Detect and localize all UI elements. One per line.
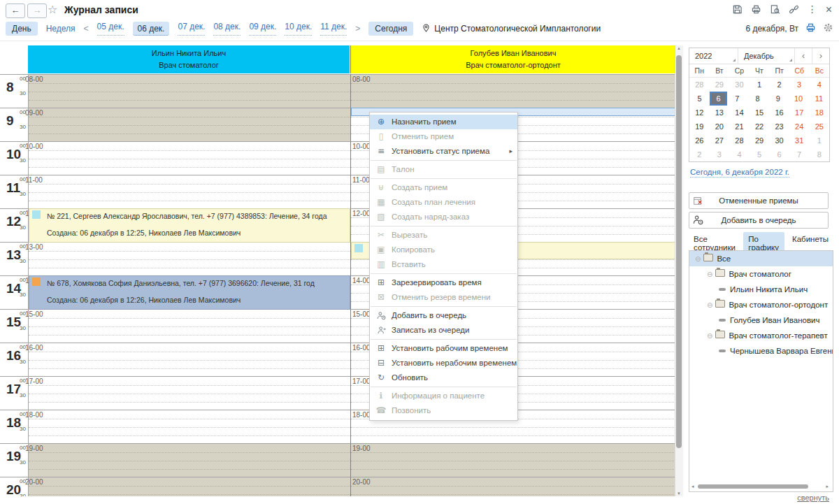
calendar-day[interactable]: 17 (789, 106, 810, 120)
menu-item-set-working-time[interactable]: ⊞Установить рабочим временем (370, 341, 517, 356)
calendar-day[interactable]: 27 (710, 134, 730, 147)
collapse-sidebar-link[interactable]: свернуть (797, 494, 829, 502)
preview-icon[interactable] (770, 4, 780, 15)
calendar-day[interactable]: 18 (809, 106, 829, 120)
calendar-day[interactable]: 2 (689, 147, 710, 161)
calendar-day[interactable]: 19 (689, 120, 710, 134)
schedule-cell[interactable]: 19-00 (350, 443, 676, 477)
calendar-day[interactable]: 13 (710, 106, 730, 120)
back-button[interactable]: ← (6, 3, 25, 18)
menu-item-set-status[interactable]: ≡Установить статус приема▸ (370, 144, 517, 159)
save-icon[interactable] (732, 4, 743, 15)
menu-item-create-work-order[interactable]: ▧Создать наряд-заказ (370, 210, 517, 224)
calendar-day[interactable]: 20 (710, 120, 730, 134)
clinic-selector[interactable]: Центр Стоматологической Имплантологии (422, 23, 601, 35)
tree-item[interactable]: Ильин Никита Ильич (689, 282, 833, 297)
menu-item-cancel-reserve[interactable]: ⊠Отменить резерв времени (370, 290, 517, 305)
calendar-day[interactable]: 7 (789, 147, 810, 161)
calendar-day[interactable]: 1 (809, 134, 829, 147)
schedule-cell[interactable]: 20-00 (350, 477, 676, 496)
tree-item[interactable]: ⊖Врач стоматолог-терапевт (689, 328, 833, 343)
link-icon[interactable] (789, 4, 799, 15)
date-tab[interactable]: 05 дек. (97, 22, 124, 36)
calendar-day[interactable]: 16 (769, 106, 789, 120)
next-dates-icon[interactable]: > (355, 24, 360, 34)
collapse-toggle-icon[interactable]: ⊖ (707, 332, 712, 340)
calendar-day[interactable]: 7 (727, 92, 747, 106)
calendar-day[interactable]: 14 (729, 106, 750, 120)
calendar-day[interactable]: 15 (750, 106, 770, 120)
view-day-button[interactable]: День (6, 22, 38, 36)
schedule-cell[interactable]: 17-00 (28, 376, 350, 410)
menu-item-cut[interactable]: ✂Вырезать (370, 228, 517, 243)
calendar-day[interactable]: 30 (769, 134, 789, 147)
settings-gear-icon[interactable] (823, 22, 833, 35)
schedule-cell[interactable]: 11-00 (28, 175, 350, 209)
calendar-day[interactable]: 28 (729, 134, 750, 147)
schedule-cell[interactable]: 09-00 (28, 108, 350, 142)
schedule-cell[interactable]: 18-00 (28, 410, 350, 444)
calendar-day[interactable]: 30 (729, 78, 750, 92)
add-to-queue-button[interactable]: Добавить в очередь (689, 212, 829, 229)
print-schedule-icon[interactable] (805, 22, 816, 35)
doctor-column-header[interactable]: Голубев Иван ИвановичВрач стоматолог-орт… (350, 45, 675, 73)
calendar-year-select[interactable]: 2022 (689, 48, 738, 64)
scroll-down-icon[interactable]: ▼ (677, 491, 681, 496)
calendar-day[interactable]: 5 (689, 92, 710, 106)
collapse-toggle-icon[interactable]: ⊖ (695, 255, 701, 263)
date-tab[interactable]: 10 дек. (285, 22, 312, 36)
calendar-day[interactable]: 3 (710, 147, 730, 161)
menu-item-paste[interactable]: ▥Вставить (370, 257, 517, 272)
view-week-button[interactable]: Неделя (46, 24, 76, 34)
schedule-cell[interactable]: 08-00 (350, 74, 676, 108)
schedule-cell[interactable]: 08-00 (28, 74, 350, 108)
calendar-day[interactable]: 31 (789, 134, 810, 147)
forward-button[interactable]: → (27, 3, 47, 18)
collapse-toggle-icon[interactable]: ⊖ (707, 271, 712, 278)
calendar-day[interactable]: 5 (750, 147, 770, 161)
calendar-day[interactable]: 28 (689, 78, 710, 92)
calendar-day[interactable]: 25 (809, 120, 829, 134)
more-menu-icon[interactable]: ⋮ (808, 4, 817, 15)
tree-item[interactable]: Голубев Иван Иванович (689, 312, 833, 328)
menu-item-assign-appointment[interactable]: ⊕Назначить прием (370, 115, 517, 129)
menu-item-write-from-queue[interactable]: Записать из очереди (370, 323, 517, 338)
print-icon[interactable] (751, 4, 761, 15)
menu-item-ticket[interactable]: ▤Талон (370, 162, 517, 177)
date-tab[interactable]: 11 дек. (320, 22, 347, 36)
close-icon[interactable]: × (826, 4, 832, 15)
prev-dates-icon[interactable]: < (84, 24, 89, 34)
menu-item-set-nonworking-time[interactable]: ⊟Установить нерабочим временем (370, 356, 517, 370)
tree-scroll-right-icon[interactable]: ▸ (826, 484, 829, 489)
menu-item-create-visit[interactable]: ⊎Создать прием (370, 180, 517, 195)
menu-item-cancel-appointment[interactable]: ▯Отменить прием (370, 129, 517, 144)
calendar-day[interactable]: 29 (710, 78, 730, 92)
schedule-cell[interactable]: 13-00 (28, 242, 350, 276)
doctor-column-header[interactable]: Ильин Никита ИльичВрач стоматолог (28, 45, 350, 73)
scroll-up-icon[interactable]: ▲ (677, 46, 681, 50)
calendar-day[interactable]: 4 (729, 147, 750, 161)
vertical-scrollbar[interactable]: ▲ ▼ (675, 45, 683, 496)
calendar-day[interactable]: 22 (750, 120, 770, 134)
schedule-cell[interactable]: 19-00 (28, 443, 350, 477)
schedule-cell[interactable]: 16-00 (28, 343, 350, 377)
tree-item[interactable]: ⊖Врач стоматолог-ортодонт (689, 297, 833, 312)
favorite-star-icon[interactable]: ☆ (48, 3, 57, 16)
calendar-day[interactable]: 1 (750, 78, 770, 92)
schedule-cell[interactable]: 20-00 (28, 477, 350, 496)
calendar-day[interactable]: 26 (689, 134, 710, 147)
menu-item-add-to-queue[interactable]: Добавить в очередь (370, 308, 517, 323)
vertical-scrollbar-thumb[interactable] (676, 55, 682, 448)
tree-horizontal-scrollbar[interactable]: ◂ ▸ (691, 484, 829, 489)
calendar-month-select[interactable]: Декабрь (738, 48, 795, 64)
calendar-day[interactable]: 8 (809, 147, 829, 161)
calendar-next-month-icon[interactable]: › (812, 48, 829, 64)
tree-item[interactable]: ⊖Все (689, 251, 833, 266)
schedule-cell[interactable]: 15-00 (28, 309, 350, 343)
menu-item-create-treatment-plan[interactable]: ▦Создать план лечения (370, 195, 517, 210)
tree-item[interactable]: ⊖Врач стоматолог (689, 266, 833, 282)
calendar-day[interactable]: 2 (769, 78, 789, 92)
appointment-block[interactable]: № 678, Хомякова София Даниэльевна, тел. … (29, 275, 350, 310)
calendar-day[interactable]: 29 (750, 134, 770, 147)
calendar-day[interactable]: 8 (747, 92, 768, 106)
